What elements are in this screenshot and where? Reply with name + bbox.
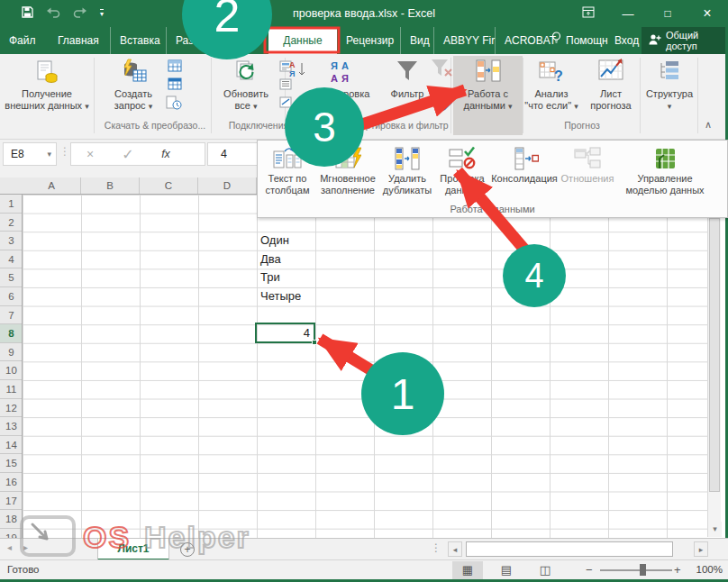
column-header-D[interactable]: D (198, 177, 257, 195)
tab-home[interactable]: Главная (58, 27, 99, 54)
name-box-dropdown-icon[interactable]: ▾ (47, 143, 51, 165)
row-header-9[interactable]: 9 (0, 343, 23, 362)
column-header-B[interactable]: B (81, 177, 140, 195)
view-page-break-button[interactable]: ◫ (530, 561, 560, 579)
row-header-3[interactable]: 3 (0, 232, 23, 250)
get-external-data-label: Получение внешних данных (5, 88, 82, 111)
sort-ascending-icon[interactable]: АЯ (288, 59, 308, 83)
tab-layout[interactable]: Размет (166, 27, 212, 54)
scroll-right-icon[interactable]: ▸ (694, 541, 708, 557)
tab-acrobat[interactable]: ACROBAT (495, 27, 556, 54)
forecast-sheet-icon (582, 56, 640, 88)
group-label-get-transform: Скачать & преобразо... (105, 120, 205, 131)
sheet-nav-left-icon[interactable]: ◂ (7, 542, 12, 552)
row-header-11[interactable]: 11 (0, 380, 23, 399)
zoom-out-button[interactable]: − (586, 560, 593, 579)
sheet-nav-right-icon[interactable]: ▸ (23, 542, 28, 552)
name-box-value: E8 (11, 148, 24, 160)
sheet-cells[interactable]: 4 ОдинДваТриЧетыре (23, 195, 707, 538)
maximize-button[interactable]: □ (652, 7, 683, 20)
vertical-scrollbar-thumb[interactable] (709, 218, 720, 492)
view-normal-button[interactable]: ▦ (452, 561, 483, 579)
advanced-filter-icon[interactable] (439, 99, 453, 117)
row-header-4[interactable]: 4 (0, 250, 23, 269)
svg-text:Я: Я (331, 60, 338, 71)
cell-E5[interactable]: Три (257, 268, 314, 287)
tab-insert[interactable]: Вставка (110, 27, 160, 54)
vertical-scrollbar[interactable]: ▾ (707, 195, 721, 537)
row-header-8[interactable]: 8 (0, 324, 23, 343)
show-queries-icon[interactable] (168, 59, 182, 76)
outline-button[interactable]: Структура ▾ (643, 56, 696, 135)
relationships-icon (559, 144, 616, 173)
row-header-19[interactable]: 19 (0, 529, 23, 538)
row-header-2[interactable]: 2 (0, 214, 23, 232)
share-button[interactable]: Общий доступ (642, 27, 728, 54)
row-header-5[interactable]: 5 (0, 268, 23, 287)
zoom-slider-track[interactable] (600, 569, 672, 571)
row-header-12[interactable]: 12 (0, 399, 23, 418)
row-header-7[interactable]: 7 (0, 306, 23, 325)
cell-E3[interactable]: Один (257, 232, 314, 250)
sheet-tab-list1[interactable]: Лист1 (97, 539, 169, 560)
data-tools-panel: Текст по столбцам Мгновенное заполнение … (257, 140, 728, 218)
edit-links-icon[interactable] (279, 95, 292, 112)
row-header-15[interactable]: 15 (0, 454, 23, 473)
data-tools-button[interactable]: Работа с данными ▾ (453, 56, 523, 135)
column-header-A[interactable]: A (23, 177, 81, 195)
tab-view[interactable]: Вид (400, 27, 430, 54)
insert-function-icon[interactable]: fx (147, 148, 185, 160)
fill-handle[interactable] (312, 340, 317, 345)
row-header-14[interactable]: 14 (0, 436, 23, 455)
cell-E6[interactable]: Четыре (257, 287, 314, 306)
data-tools-label: Работа с данными (464, 88, 508, 111)
row-header-18[interactable]: 18 (0, 510, 23, 529)
new-sheet-button[interactable]: + (180, 542, 195, 557)
formula-bar-splitter[interactable]: ⋮ (59, 145, 70, 158)
lightbulb-icon (551, 27, 561, 54)
sign-in-link[interactable]: Вход (614, 27, 639, 54)
forecast-sheet-label: Лист прогноза (590, 88, 631, 111)
group-label-connections: Подключения (229, 120, 288, 131)
collapse-ribbon-icon[interactable]: ∧ (705, 119, 712, 131)
row-header-6[interactable]: 6 (0, 287, 23, 306)
minimize-button[interactable]: — (613, 7, 643, 21)
recent-sources-icon[interactable] (166, 95, 182, 114)
from-table-icon[interactable] (168, 77, 182, 94)
scroll-left-icon[interactable]: ◂ (448, 541, 462, 557)
column-header-C[interactable]: C (140, 177, 198, 195)
close-button[interactable]: × (692, 5, 723, 22)
view-page-layout-button[interactable]: ▤ (491, 561, 522, 579)
row-header-16[interactable]: 16 (0, 473, 23, 492)
scroll-down-icon[interactable]: ▾ (708, 522, 722, 537)
zoom-level[interactable]: 100% (685, 560, 723, 579)
selected-cell[interactable]: 4 (255, 323, 315, 343)
row-header-10[interactable]: 10 (0, 361, 23, 380)
name-box[interactable]: E8 ▾ (3, 142, 57, 166)
tab-scroll-splitter[interactable]: ⋮ (431, 541, 441, 554)
zoom-in-button[interactable]: + (674, 560, 681, 579)
clear-filter-icon[interactable] (430, 58, 453, 83)
row-header-1[interactable]: 1 (0, 195, 23, 214)
horizontal-scrollbar-thumb[interactable] (466, 541, 673, 557)
consolidate-icon (487, 144, 561, 173)
text-to-columns-icon (261, 144, 314, 173)
ribbon-display-options-icon[interactable] (573, 6, 604, 21)
formula-buttons: × ✓ fx (70, 142, 205, 166)
tab-review[interactable]: Рецензир (346, 27, 394, 54)
share-label: Общий доступ (666, 30, 728, 51)
row-header-13[interactable]: 13 (0, 417, 23, 436)
title-bar: ▾ проверка ввода.xlsx - Excel — □ × (0, 0, 728, 27)
tab-abbyy[interactable]: ABBYY Fir (433, 27, 495, 54)
tab-file[interactable]: Файл (9, 27, 36, 54)
refresh-all-icon (214, 56, 278, 88)
panel-group-label: Работа с данными (258, 204, 727, 214)
cell-E4[interactable]: Два (257, 250, 314, 269)
row-header-17[interactable]: 17 (0, 492, 23, 511)
get-external-data-button[interactable]: Получение внешних данных ▾ (4, 56, 90, 135)
cancel-entry-icon[interactable]: × (71, 147, 109, 161)
confirm-entry-icon[interactable]: ✓ (109, 146, 147, 163)
zoom-slider-thumb[interactable] (640, 564, 646, 576)
tab-data[interactable]: Данные (268, 27, 337, 54)
tab-help[interactable]: Помощн (551, 27, 608, 54)
